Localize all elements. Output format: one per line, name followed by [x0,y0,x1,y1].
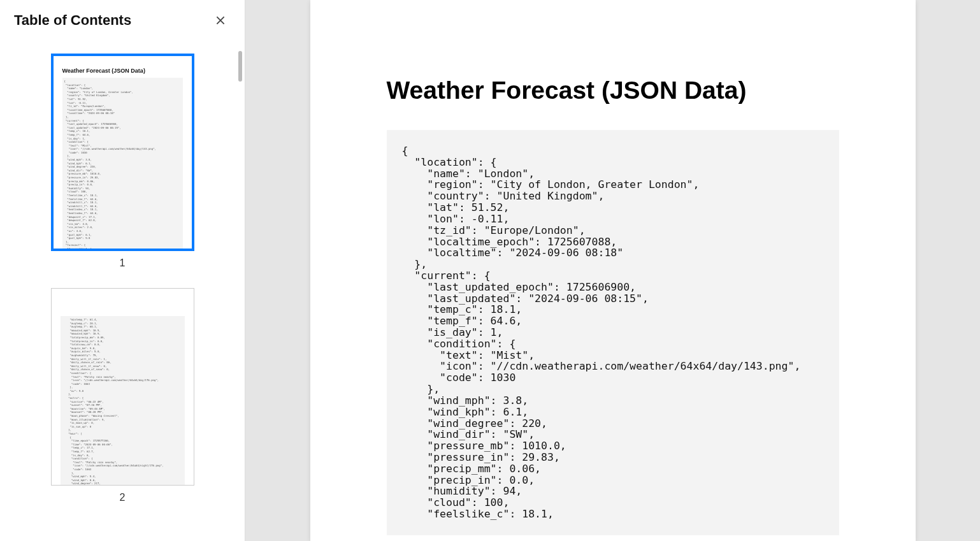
page-thumbnail-1[interactable]: Weather Forecast (JSON Data) { "location… [51,54,194,269]
json-code-block: { "location": { "name": "London", "regio… [387,130,839,535]
sidebar-header: Table of Contents [0,0,245,41]
thumbnail-number: 2 [120,492,126,503]
page-thumbnail-2[interactable]: "mintemp_f": 61.4, "avgtemp_c": 20.1, "a… [51,288,194,503]
sidebar-title: Table of Contents [14,12,131,29]
thumbnail-code-preview: { "location": { "name": "London", "regio… [62,78,183,251]
thumbnail-preview-2: "mintemp_f": 61.4, "avgtemp_c": 20.1, "a… [51,288,194,486]
toc-sidebar: Table of Contents Weather Forecast (JSON… [0,0,245,541]
thumbnail-number: 1 [120,257,126,269]
close-icon [215,15,226,26]
thumbnail-list[interactable]: Weather Forecast (JSON Data) { "location… [0,41,245,541]
thumbnail-preview-1: Weather Forecast (JSON Data) { "location… [51,54,194,251]
document-page: Weather Forecast (JSON Data) { "location… [310,0,916,541]
thumbnail-title: Weather Forecast (JSON Data) [62,68,183,74]
close-sidebar-button[interactable] [212,11,229,29]
document-title: Weather Forecast (JSON Data) [387,76,839,105]
document-viewport[interactable]: Weather Forecast (JSON Data) { "location… [245,0,980,541]
thumbnail-code-preview: "mintemp_f": 61.4, "avgtemp_c": 20.1, "a… [61,316,185,486]
sidebar-scrollbar[interactable] [238,51,242,82]
